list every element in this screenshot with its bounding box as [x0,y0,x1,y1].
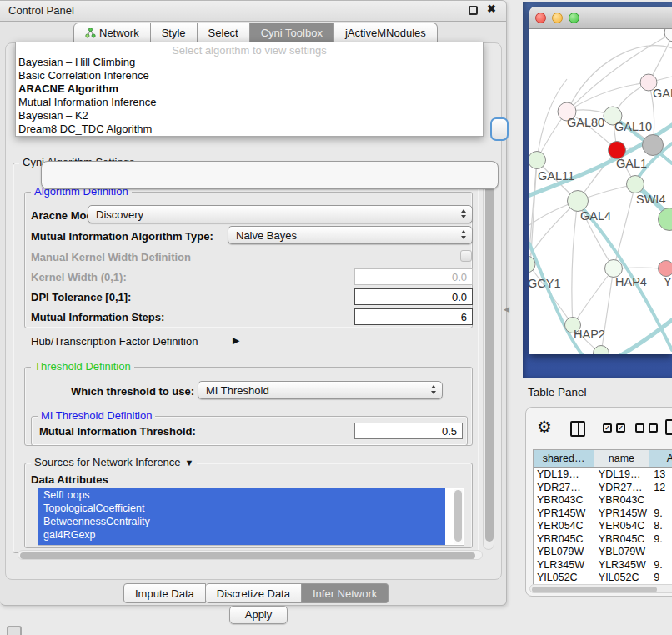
function-builder-icon[interactable] [665,419,672,435]
settings-hscrollbar-track[interactable] [18,550,483,560]
table-row[interactable]: YLR345WYLR345W9. [534,559,672,572]
table-hscrollbar-thumb[interactable] [532,587,657,592]
tab-style[interactable]: Style [151,22,198,42]
table-row[interactable]: YIL052CYIL052C9 [534,572,672,583]
node-label-gal: GAL [653,87,672,100]
table-cell: YBR045C [534,533,595,547]
tab-infer-network[interactable]: Infer Network [302,583,389,603]
tab-label: Infer Network [313,584,377,603]
table-cell: YBL079W [595,546,650,559]
collapse-triangle-icon[interactable]: ▼ [185,458,194,468]
splitter-collapse-arrow[interactable]: ◀ [504,305,509,313]
attribute-item-gal4rgexp[interactable]: gal4RGexp [38,528,445,542]
attribute-item-selfloops[interactable]: SelfLoops [38,488,445,502]
tab-label: Discretize Data [217,584,290,603]
stepper-arrows-icon [461,209,466,218]
column-header-name[interactable]: name [594,450,649,467]
node-label-gal80: GAL80 [567,116,604,129]
attribute-item-topologicalcoefficient[interactable]: TopologicalCoefficient [38,502,445,515]
select-all-check-icon[interactable]: ✓ [603,423,612,432]
tab-label: Style [162,23,186,42]
table-row[interactable]: YDR27…YDR27…12 [534,482,672,495]
data-attributes-list[interactable]: SelfLoopsTopologicalCoefficientBetweenne… [38,488,464,546]
algorithm-option-aracne-algorithm[interactable]: ARACNE Algorithm [18,82,480,96]
kernel-width-label: Kernel Width (0,1): [31,271,127,283]
network-node-gal11[interactable] [529,152,546,169]
settings-vscrollbar-thumb[interactable] [485,167,494,542]
algorithm-option-bayesian-k2[interactable]: Bayesian – K2 [18,109,480,122]
bottom-tabs: Impute DataDiscretize DataInfer Network [123,583,389,603]
algorithm-option-dream8-dc-tdc-algorithm[interactable]: Dream8 DC_TDC Algorithm [18,122,480,136]
hub-section-label[interactable]: Hub/Transcription Factor Definition [31,335,198,348]
algorithm-option-mutual-information-inference[interactable]: Mutual Information Inference [18,96,480,109]
aracne-mode-value: Discovery [96,208,143,221]
apply-button[interactable]: Apply [229,606,288,624]
table-row[interactable]: YER054CYER054C8. [534,520,672,533]
network-node[interactable] [594,346,609,355]
settings-hscrollbar-thumb[interactable] [20,552,475,559]
table-cell: 13 [650,468,672,482]
minimized-panel-icon[interactable] [7,626,22,635]
table-row[interactable]: YBL079WYBL079W [534,546,672,559]
attributes-scrollbar-thumb[interactable] [454,490,462,542]
gear-icon[interactable]: ⚙ [537,418,552,435]
which-threshold-value: MI Threshold [206,384,269,397]
network-canvas[interactable]: GALGAL80GAL10GAL1GAL11SWI4GAL4HAP4YGCY1H… [529,29,672,354]
float-window-icon[interactable] [469,6,478,15]
mi-threshold-definition-title: MI Threshold Definition [38,409,155,422]
manual-kernel-checkbox[interactable] [460,250,472,262]
tab-network[interactable]: Network [73,22,151,42]
table-row[interactable]: YDL19…YDL19…13 [534,468,672,482]
algorithm-dropdown-list: Bayesian – Hill ClimbingBasic Correlatio… [18,56,480,136]
column-header-shared[interactable]: shared… [534,450,594,467]
table-row[interactable]: YBR045CYBR045C9. [534,533,672,547]
mi-algorithm-type-label: Mutual Information Algorithm Type: [31,230,213,242]
deselect-all-icon[interactable] [649,423,658,432]
attribute-item-betweennesscentrality[interactable]: BetweennessCentrality [38,515,445,528]
column-header-a[interactable]: A [649,450,672,467]
table-cell: YBL079W [534,546,595,559]
attributes-scrollbar-track[interactable] [454,489,463,544]
tab-jactivemnodules[interactable]: jActiveMNodules [334,22,438,42]
network-node[interactable] [643,135,664,156]
kernel-width-field[interactable]: 0.0 [354,268,473,285]
table-row[interactable]: YPR145WYPR145W9. [534,508,672,521]
tab-label: Select [208,23,238,42]
minimize-traffic-light-icon[interactable] [552,12,563,23]
settings-vscrollbar-track[interactable] [483,163,494,550]
which-threshold-combo[interactable]: MI Threshold [198,381,443,399]
tab-select[interactable]: Select [198,22,250,42]
network-node[interactable] [664,29,672,42]
deselect-all-icon[interactable] [635,423,644,432]
network-window-titlebar[interactable] [529,7,672,29]
tab-label: Network [99,23,139,42]
network-node-gal4[interactable] [568,191,589,212]
network-node-y[interactable] [659,261,672,277]
node-table: shared…nameA YDL19…YDL19…13YDR27…YDR27…1… [533,449,672,588]
select-all-check-icon[interactable]: ✓ [616,423,625,432]
network-node-swi4[interactable] [627,176,644,193]
close-traffic-light-icon[interactable] [535,12,546,23]
tab-discretize-data[interactable]: Discretize Data [206,583,302,603]
table-body: YDL19…YDL19…13YDR27…YDR27…12YBR043CYBR04… [534,468,672,583]
mi-threshold-field[interactable]: 0.5 [354,422,463,439]
table-row[interactable]: YBR043CYBR043C [534,494,672,508]
algorithm-option-bayesian-hill-climbing[interactable]: Bayesian – Hill Climbing [18,56,480,69]
expand-triangle-icon[interactable]: ▶ [233,335,239,346]
algorithm-option-basic-correlation-inference[interactable]: Basic Correlation Inference [18,69,480,82]
zoom-traffic-light-icon[interactable] [569,12,579,23]
table-cell [650,546,672,559]
tab-cyni-toolbox[interactable]: Cyni Toolbox [250,22,334,42]
close-icon[interactable]: ✖ [487,2,496,15]
table-hscrollbar-track[interactable] [529,584,672,593]
dpi-tolerance-field[interactable]: 0.0 [354,288,473,305]
network-node[interactable] [659,208,672,231]
mi-steps-field[interactable]: 6 [354,308,473,325]
aracne-mode-combo[interactable]: Discovery [88,205,473,223]
mi-algorithm-type-combo[interactable]: Naive Bayes [228,226,473,244]
table-cell: 9. [650,508,672,521]
tab-impute-data[interactable]: Impute Data [123,583,206,603]
columns-icon[interactable] [570,421,585,437]
control-panel-window: Control Panel ✖ NetworkStyleSelectCyni T… [0,0,507,606]
mi-algorithm-type-value: Naive Bayes [236,229,297,242]
